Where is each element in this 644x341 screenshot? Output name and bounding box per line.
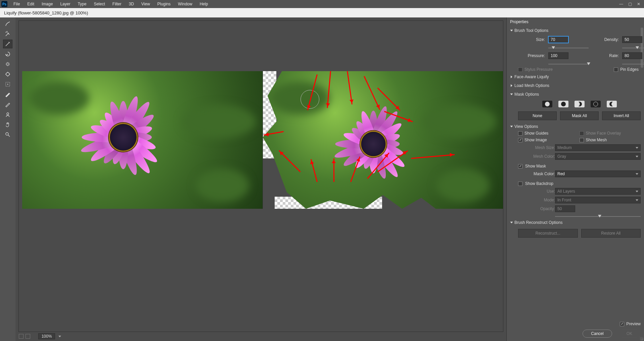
twirl-tool[interactable] <box>3 50 12 58</box>
mode-label: Mode: <box>518 198 555 202</box>
pucker-tool[interactable] <box>3 60 12 68</box>
show-face-overlay-label: Show Face Overlay <box>586 131 621 136</box>
menu-file[interactable]: File <box>10 1 23 7</box>
smooth-tool[interactable] <box>3 40 12 48</box>
canvas-status-bar: 100% <box>19 333 503 340</box>
section-load-mesh-label: Load Mesh Options <box>514 83 549 88</box>
mask-mode-add-icon[interactable] <box>558 101 568 107</box>
menu-layer[interactable]: Layer <box>57 1 74 7</box>
restore-all-button: Restore All <box>581 229 641 238</box>
section-mask-options[interactable]: Mask Options <box>510 90 641 99</box>
freeze-mask-tool[interactable] <box>3 90 12 99</box>
menu-3d[interactable]: 3D <box>125 1 137 7</box>
svg-point-4 <box>7 84 8 85</box>
forward-warp-tool[interactable] <box>3 19 12 28</box>
section-face-aware[interactable]: Face-Aware Liquify <box>510 72 641 81</box>
menu-select[interactable]: Select <box>90 1 108 7</box>
menu-type[interactable]: Type <box>74 1 90 7</box>
mask-all-button[interactable]: Mask All <box>560 111 599 120</box>
opacity-slider <box>555 214 641 218</box>
section-brush-reconstruct[interactable]: Brush Reconstruct Options <box>510 218 641 227</box>
canvas-viewport[interactable] <box>19 21 503 332</box>
use-select: All Layers <box>555 188 641 195</box>
liquify-toolbar <box>0 17 15 341</box>
menu-bar: Ps File Edit Image Layer Type Select Fil… <box>0 0 644 8</box>
menu-help[interactable]: Help <box>196 1 212 7</box>
stylus-pressure-checkbox <box>518 67 522 72</box>
bloat-tool[interactable] <box>3 70 12 79</box>
pin-edges-checkbox[interactable] <box>614 67 618 72</box>
mesh-size-select: Medium <box>555 144 641 151</box>
show-image-label: Show Image <box>524 138 547 142</box>
menu-plugins[interactable]: Plugins <box>154 1 174 7</box>
mode-select: In Front <box>555 197 641 203</box>
invert-all-button[interactable]: Invert All <box>602 111 641 120</box>
section-load-mesh[interactable]: Load Mesh Options <box>510 81 641 90</box>
dialog-title: Liquify (flower-5805840_1280.jpg @ 100%) <box>4 10 88 15</box>
mesh-color-select: Gray <box>555 153 641 160</box>
ps-logo-icon: Ps <box>1 1 7 7</box>
rate-label: Rate: <box>592 53 619 58</box>
section-view-label: View Options <box>514 124 538 129</box>
mask-mode-subtract-icon[interactable] <box>574 101 585 107</box>
reconstruct-tool[interactable] <box>3 30 12 38</box>
opacity-label: Opacity: <box>518 206 555 211</box>
menu-view[interactable]: View <box>138 1 153 7</box>
menu-edit[interactable]: Edit <box>24 1 38 7</box>
menu-image[interactable]: Image <box>38 1 56 7</box>
resize-grip-icon[interactable] <box>640 337 643 340</box>
section-reconstruct-label: Brush Reconstruct Options <box>514 220 562 225</box>
section-brush-tool-options[interactable]: Brush Tool Options <box>510 26 641 35</box>
preview-checkbox[interactable] <box>620 322 624 326</box>
rate-input[interactable] <box>622 52 642 59</box>
mask-mode-intersect-icon[interactable] <box>591 101 601 107</box>
mask-color-select[interactable]: Red <box>555 170 641 177</box>
rate-slider[interactable] <box>622 62 644 66</box>
section-face-aware-label: Face-Aware Liquify <box>514 75 549 79</box>
svg-point-2 <box>6 72 9 76</box>
mask-mode-replace-icon[interactable] <box>542 101 552 107</box>
preview-label: Preview <box>626 322 641 326</box>
face-tool[interactable] <box>3 110 12 119</box>
zoom-level-input[interactable]: 100% <box>38 333 55 339</box>
window-close-button[interactable]: ✕ <box>635 1 643 7</box>
push-left-tool[interactable] <box>3 80 12 89</box>
image-stage <box>22 71 503 209</box>
pressure-input[interactable] <box>548 52 568 59</box>
menu-filter[interactable]: Filter <box>109 1 125 7</box>
annotation-arrow-icon <box>333 158 334 182</box>
window-maximize-button[interactable]: ▢ <box>626 1 634 7</box>
properties-tab: Properties <box>507 17 644 26</box>
menu-window[interactable]: Window <box>175 1 196 7</box>
hand-tool[interactable] <box>3 120 12 129</box>
pressure-slider[interactable] <box>548 62 589 66</box>
show-mesh-checkbox[interactable] <box>580 138 584 142</box>
dialog-title-bar: Liquify (flower-5805840_1280.jpg @ 100%) <box>0 8 644 17</box>
svg-point-0 <box>6 32 6 33</box>
pressure-label: Pressure: <box>518 53 545 58</box>
cancel-button[interactable]: Cancel <box>583 330 612 338</box>
density-slider[interactable] <box>622 46 644 50</box>
status-icon-1[interactable] <box>19 334 24 339</box>
thaw-mask-tool[interactable] <box>3 100 12 109</box>
show-mask-checkbox[interactable] <box>518 164 522 168</box>
show-mask-label: Show Mask <box>525 164 546 168</box>
size-input[interactable] <box>548 36 568 43</box>
svg-point-6 <box>6 133 8 135</box>
show-image-checkbox[interactable] <box>518 138 522 142</box>
show-mesh-label: Show Mesh <box>586 138 607 142</box>
size-slider[interactable] <box>548 46 589 50</box>
zoom-tool[interactable] <box>3 130 12 139</box>
show-guides-checkbox[interactable] <box>518 131 522 136</box>
show-backdrop-checkbox[interactable] <box>518 182 522 186</box>
zoom-dropdown-icon[interactable] <box>58 336 61 337</box>
density-label: Density: <box>592 37 619 42</box>
density-input[interactable] <box>622 36 642 43</box>
mask-none-button[interactable]: None <box>518 111 557 120</box>
mask-mode-invert-icon[interactable] <box>607 101 617 107</box>
status-icon-2[interactable] <box>26 334 30 339</box>
window-minimize-button[interactable]: — <box>617 1 625 7</box>
opacity-input <box>555 205 575 212</box>
section-view-options[interactable]: View Options <box>510 122 641 131</box>
stylus-pressure-label: Stylus Pressure <box>524 67 553 72</box>
